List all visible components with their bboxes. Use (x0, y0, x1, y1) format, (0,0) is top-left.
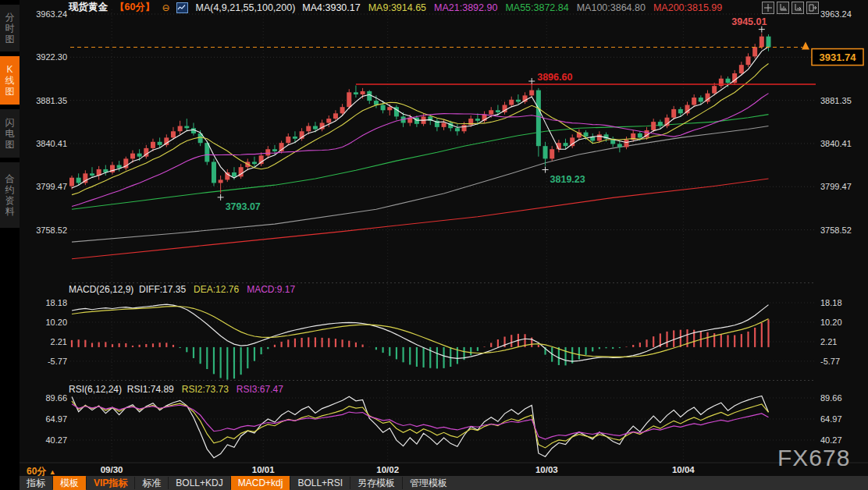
macd-dea-value: DEA:12.76 (194, 284, 239, 295)
xaxis-date-label: 10/01 (252, 465, 275, 474)
watermark: FX678 (777, 445, 850, 471)
high-price-label: 3945.01 (731, 16, 767, 27)
xaxis-date-label: 10/04 (672, 465, 695, 474)
ma55-line (72, 115, 768, 210)
price-axis-label-right: 3881.35 (820, 96, 852, 105)
price-axis-label-left: 3840.41 (36, 139, 67, 148)
chart-canvas[interactable]: 09/3010/0110/0210/0310/043963.243963.243… (0, 0, 868, 490)
price-axis-tool-icon[interactable] (777, 2, 789, 14)
resistance-price-label: 3896.60 (537, 72, 572, 83)
chart-tool-icons (762, 2, 819, 14)
sidebar-tab-3[interactable]: 闪电图 (0, 109, 20, 158)
price-axis-label-right: 3758.52 (820, 225, 852, 235)
rsi3-value: RSI3:67.47 (237, 384, 283, 395)
ma-settings-label: MA(4,9,21,55,100,200) (195, 2, 295, 13)
svg-text:18.18: 18.18 (820, 298, 842, 307)
macd-macd-value: MACD:9.17 (247, 284, 295, 295)
svg-text:89.66: 89.66 (820, 393, 842, 403)
rsi-name: RSI(6,12,24) (69, 384, 122, 395)
price-axis-label-right: 3963.24 (820, 9, 852, 19)
xaxis-date-label: 09/30 (101, 465, 123, 474)
toolbar-item-6[interactable]: MACD+kdj (231, 476, 290, 490)
svg-text:64.97: 64.97 (820, 414, 842, 424)
current-price-arrow-icon (802, 42, 809, 50)
popout-tool-icon[interactable] (806, 2, 819, 14)
toolbar-item-7[interactable]: BOLL+RSI (290, 476, 350, 490)
macd-header: MACD(26,12,9) DIFF:17.35 DEA:12.76 MACD:… (69, 284, 295, 295)
svg-text:10.20: 10.20 (820, 318, 842, 327)
price-axis-label-left: 3799.47 (36, 182, 67, 191)
svg-text:2.21: 2.21 (820, 337, 837, 346)
current-price-value: 3931.74 (820, 51, 857, 63)
ma-legend-item-6: MA200:3815.99 (653, 2, 722, 13)
rsi2-line (72, 401, 768, 448)
rsi2-value: RSI2:73.73 (182, 384, 229, 395)
rsi3-line (72, 404, 768, 439)
time-axis-tool-icon[interactable] (792, 2, 804, 14)
chart-header: 现货黄金 【60分】 ⊖ MA(4,9,21,55,100,200) MA4:3… (69, 2, 730, 13)
toolbar-item-2[interactable]: 模板 (53, 476, 86, 490)
macd-dea-line (72, 307, 768, 357)
interval-arrow-icon: ▲ (49, 468, 56, 476)
svg-text:-5.77: -5.77 (48, 357, 67, 366)
xaxis-interval-label: 60分 (27, 466, 46, 477)
price-axis-label-left: 3963.24 (36, 9, 67, 19)
svg-text:89.66: 89.66 (45, 393, 67, 403)
symbol-title: 现货黄金 (69, 1, 108, 14)
sidebar: 分时图K线图闪电图合约资料 (0, 0, 20, 490)
low-price-label: 3819.23 (550, 174, 585, 185)
interval-label: 【60分】 (115, 1, 155, 14)
svg-text:2.21: 2.21 (51, 337, 67, 346)
xaxis-date-label: 10/03 (535, 465, 558, 474)
ma200-line (72, 179, 768, 259)
svg-text:18.18: 18.18 (45, 298, 67, 307)
rsi1-value: RSI1:74.89 (127, 384, 174, 395)
toolbar-item-9[interactable]: 管理模板 (403, 476, 454, 490)
low-price-label: 3793.07 (226, 201, 261, 212)
ma-legend-item-5: MA100:3864.80 (577, 2, 646, 13)
ma-legend: MA4:3930.17MA9:3914.65MA21:3892.90MA55:3… (302, 2, 730, 13)
price-axis-label-left: 3881.35 (36, 96, 67, 105)
price-axis-label-right: 3799.47 (820, 182, 852, 191)
toolbar-item-8[interactable]: 另存模板 (350, 476, 402, 490)
svg-text:64.97: 64.97 (45, 414, 67, 424)
macd-diff-value: DIFF:17.35 (139, 284, 186, 295)
macd-diff-line (72, 304, 768, 361)
svg-text:-5.77: -5.77 (820, 357, 840, 366)
rsi-header: RSI(6,12,24) RSI1:74.89 RSI2:73.73 RSI3:… (69, 384, 283, 395)
svg-text:40.27: 40.27 (820, 435, 842, 445)
crosshair-tool-icon[interactable] (762, 2, 774, 14)
ma-legend-item-3: MA21:3892.90 (434, 2, 497, 13)
ma-legend-item-4: MA55:3872.84 (505, 2, 568, 13)
bottom-toolbar: 指标模板VIP指标标准BOLL+KDJMACD+kdjBOLL+RSI另存模板管… (20, 476, 868, 490)
svg-text:40.27: 40.27 (45, 435, 67, 445)
price-axis-label-left: 3758.52 (36, 225, 67, 235)
collapse-circle-icon[interactable]: ⊖ (162, 2, 169, 13)
svg-text:10.20: 10.20 (45, 318, 67, 327)
sidebar-tab-4[interactable]: 合约资料 (0, 162, 20, 228)
toolbar-item-3[interactable]: VIP指标 (87, 476, 134, 490)
toolbar-item-5[interactable]: BOLL+KDJ (169, 476, 229, 490)
mini-chart-icon[interactable] (176, 2, 188, 13)
ma21-line (72, 94, 768, 207)
trading-app: 09/3010/0110/0210/0310/043963.243963.243… (0, 0, 868, 490)
ma-legend-item-1: MA4:3930.17 (302, 2, 360, 13)
xaxis-date-label: 10/02 (376, 465, 399, 474)
macd-histogram (72, 319, 768, 379)
toolbar-item-1[interactable]: 指标 (20, 476, 52, 490)
macd-name: MACD(26,12,9) (69, 284, 133, 295)
sidebar-tab-2[interactable]: K线图 (0, 56, 20, 105)
sidebar-tab-1[interactable]: 分时图 (0, 5, 20, 51)
price-axis-label-left: 3922.30 (36, 52, 67, 62)
price-axis-label-right: 3840.41 (820, 139, 852, 148)
ma9-line (72, 64, 768, 195)
ma-legend-item-2: MA9:3914.65 (368, 2, 426, 13)
toolbar-item-4[interactable]: 标准 (135, 476, 168, 490)
